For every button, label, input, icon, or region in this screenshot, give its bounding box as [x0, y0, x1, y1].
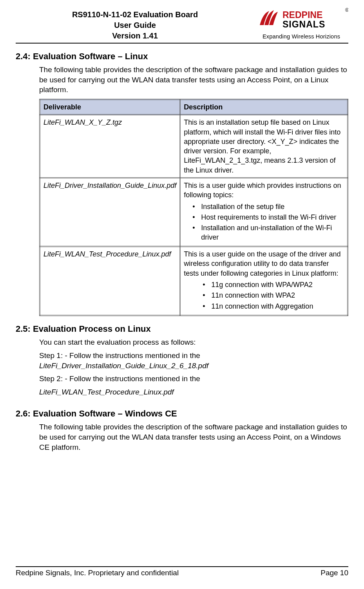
s25-p1: You can start the evaluation process as …	[39, 337, 348, 347]
doc-title-block: RS9110-N-11-02 Evaluation Board User Gui…	[16, 8, 254, 41]
desc-lead: This is a user guide on the usage of the…	[184, 250, 340, 277]
logo-block: REDPINE SIGNALS ® Expanding Wireless Hor…	[254, 8, 348, 40]
table-row: LiteFi_Driver_Installation_Guide_Linux.p…	[40, 178, 348, 247]
logo-tagline: Expanding Wireless Horizions	[254, 33, 348, 40]
deliverable-name: LiteFi_Driver_Installation_Guide_Linux.p…	[40, 178, 180, 247]
th-deliverable: Deliverable	[40, 99, 180, 115]
section-heading-2-5: 2.5: Evaluation Process on Linux	[16, 324, 348, 334]
section-2-4-intro: The following table provides the descrip…	[39, 65, 348, 95]
list-item: Installation and un-installation of the …	[192, 224, 344, 242]
section-2-6-intro: The following table provides the descrip…	[39, 422, 348, 452]
footer-left: Redpine Signals, Inc. Proprietary and co…	[16, 569, 179, 577]
footer-right: Page 10	[321, 569, 348, 577]
redpine-logo-icon: REDPINE SIGNALS ®	[258, 8, 348, 31]
reg-mark-icon: ®	[345, 8, 348, 13]
deliverable-name: LiteFi_WLAN_X_Y_Z.tgz	[40, 115, 180, 178]
table-row: LiteFi_WLAN_Test_Procedure_Linux.pdf Thi…	[40, 247, 348, 316]
section-heading-2-6: 2.6: Evaluation Software – Windows CE	[16, 409, 348, 419]
section-heading-2-4: 2.4: Evaluation Software – Linux	[16, 51, 348, 62]
deliverable-desc: This is a user guide on the usage of the…	[180, 247, 348, 316]
doc-title-line2: User Guide	[16, 20, 254, 31]
deliverable-name: LiteFi_WLAN_Test_Procedure_Linux.pdf	[40, 247, 180, 316]
s25-step2: Step 2: - Follow the instructions mentio…	[39, 374, 348, 384]
desc-bullets: 11g connection with WPA/WPA2 11n connect…	[184, 280, 344, 311]
table-row: LiteFi_WLAN_X_Y_Z.tgz This is an install…	[40, 115, 348, 178]
s25-step1: Step 1: - Follow the instructions mentio…	[39, 351, 348, 371]
list-item: Host requirements to install the Wi-Fi d…	[192, 213, 344, 222]
th-description: Description	[180, 99, 348, 115]
section-2-6-body: The following table provides the descrip…	[39, 422, 348, 452]
page-footer: Redpine Signals, Inc. Proprietary and co…	[16, 566, 348, 577]
s25-step2-file: LiteFi_WLAN_Test_Procedure_Linux.pdf	[39, 387, 348, 397]
desc-lead: This is a user guide which provides inst…	[184, 182, 341, 199]
s25-step1-text: Step 1: - Follow the instructions mentio…	[39, 351, 200, 360]
logo-word-bottom: SIGNALS	[283, 19, 325, 29]
doc-title-line3: Version 1.41	[16, 31, 254, 41]
list-item: 11n connection with Aggregation	[203, 302, 344, 311]
table-header-row: Deliverable Description	[40, 99, 348, 115]
deliverable-desc: This is an installation setup file based…	[180, 115, 348, 178]
desc-bullets: Installation of the setup file Host requ…	[184, 202, 344, 242]
s25-step1-file: LiteFi_Driver_Installation_Guide_Linux_2…	[39, 362, 208, 370]
section-2-4-body: The following table provides the descrip…	[39, 65, 348, 316]
list-item: 11g connection with WPA/WPA2	[203, 280, 344, 289]
list-item: Installation of the setup file	[192, 202, 344, 211]
page-header: RS9110-N-11-02 Evaluation Board User Gui…	[16, 8, 348, 44]
logo-word-top: REDPINE	[283, 10, 322, 20]
list-item: 11n connection with WPA2	[203, 291, 344, 300]
section-2-5-body: You can start the evaluation process as …	[39, 337, 348, 397]
deliverable-desc: This is a user guide which provides inst…	[180, 178, 348, 247]
deliverables-table: Deliverable Description LiteFi_WLAN_X_Y_…	[39, 99, 348, 316]
doc-title-line1: RS9110-N-11-02 Evaluation Board	[16, 9, 254, 20]
